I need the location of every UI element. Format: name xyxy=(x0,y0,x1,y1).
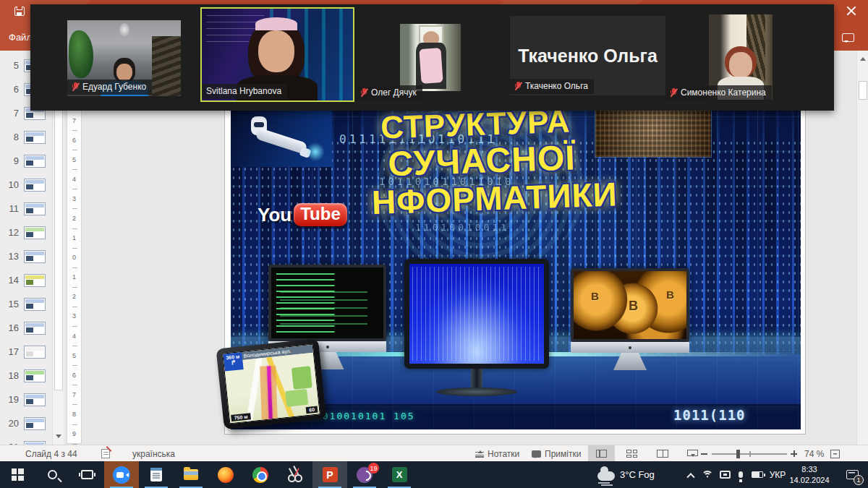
notepad-icon xyxy=(150,468,162,481)
ruler-number: 7 xyxy=(72,391,76,398)
slide-thumbnail-preview[interactable] xyxy=(24,131,46,144)
monitor-frame xyxy=(268,265,386,341)
ruler-mark: 4 xyxy=(67,169,81,189)
ruler-mark: 6 xyxy=(67,365,81,385)
slide-thumbnail-row[interactable]: 20 xyxy=(0,411,52,435)
start-button[interactable] xyxy=(0,461,35,488)
participant-tile-tkachenko-camera-off[interactable]: Ткаченко Ольга Ткаченко Ольга xyxy=(510,16,665,95)
slide-thumbnail-preview[interactable] xyxy=(24,417,46,430)
taskbar-powerpoint[interactable]: P xyxy=(312,461,347,488)
view-reading-button[interactable] xyxy=(649,445,676,462)
slide-canvas[interactable]: 0111111110110111 101101011011010 1101001… xyxy=(224,81,806,435)
participant-tile-eduard[interactable]: Едуард Губенко xyxy=(67,20,181,96)
ruler-number: 8 xyxy=(72,411,76,418)
monitor-frame xyxy=(404,259,549,369)
thumbnails-scroll-down-button[interactable] xyxy=(53,429,64,443)
slide-thumbnail-preview[interactable] xyxy=(24,155,46,168)
view-slide-sorter-button[interactable] xyxy=(618,445,645,462)
monitor-binary xyxy=(404,259,549,396)
spellcheck-button[interactable] xyxy=(101,445,110,462)
ruler-mark: 1 xyxy=(67,228,81,248)
taskbar-file-explorer[interactable] xyxy=(174,461,208,488)
ruler-number: 2 xyxy=(72,215,76,222)
slide-thumbnail-row[interactable]: 16 xyxy=(0,316,52,340)
slide-thumbnail-preview[interactable] xyxy=(24,274,46,287)
weather-widget[interactable]: 3°C Fog xyxy=(597,461,655,488)
minus-icon xyxy=(701,453,707,455)
close-button[interactable] xyxy=(838,1,865,20)
fit-slide-button[interactable] xyxy=(830,445,840,462)
taskbar-viber[interactable]: 19 xyxy=(347,461,382,488)
wifi-button[interactable] xyxy=(699,461,716,488)
microphone-tray-button[interactable] xyxy=(733,461,748,488)
slide-thumbnail-row[interactable]: 10 xyxy=(0,173,52,197)
slideshow-icon xyxy=(687,450,698,456)
headband xyxy=(255,17,297,30)
tab-file[interactable]: Файл xyxy=(9,32,32,43)
comments-bubble-icon[interactable] xyxy=(842,33,854,42)
taskbar-zoom-app[interactable] xyxy=(104,461,139,488)
taskbar-snipping-tool[interactable] xyxy=(278,461,312,488)
participant-tile-oleh[interactable]: Олег Дячук xyxy=(356,7,506,102)
participant-name-label: Олег Дячук xyxy=(356,85,422,100)
taskbar-firefox[interactable] xyxy=(208,461,243,488)
slide-thumbnail-row[interactable]: 17 xyxy=(0,340,52,364)
slide-thumbnail-preview[interactable] xyxy=(24,298,46,311)
participant-tile-svitlana-active-speaker[interactable]: Svitlana Hrybanova xyxy=(200,7,354,102)
participant-tile-symonenko[interactable]: Симоненко Катерина xyxy=(665,7,819,102)
slide-thumbnail-row[interactable]: 18 xyxy=(0,364,52,388)
notification-center-button[interactable]: 1 xyxy=(836,461,868,488)
slide-thumbnail-preview[interactable] xyxy=(24,202,46,215)
slide-thumbnail-row[interactable]: 13 xyxy=(0,244,52,268)
ruler-mark: 5 xyxy=(67,346,81,365)
slide-thumbnail-preview[interactable] xyxy=(24,322,46,335)
slide-scrollbar[interactable] xyxy=(856,51,868,445)
ruler-mark: 5 xyxy=(67,150,81,169)
slide-thumbnail-row[interactable]: 12 xyxy=(0,221,52,244)
plant-decor xyxy=(69,30,93,78)
slide-thumbnail-preview[interactable] xyxy=(24,250,46,263)
display-tray-button[interactable] xyxy=(716,461,733,488)
participant-name-label: Симоненко Катерина xyxy=(665,85,772,100)
zoom-percentage[interactable]: 74 % xyxy=(804,445,824,462)
slide-thumbnail-row[interactable]: 21 xyxy=(0,435,52,445)
slide-thumbnail-row[interactable]: 8 xyxy=(0,125,52,149)
microphone-icon xyxy=(739,471,743,478)
slide-thumbnail-row[interactable]: 11 xyxy=(0,197,52,221)
search-button[interactable] xyxy=(35,461,69,488)
tray-expand-button[interactable] xyxy=(683,461,699,488)
ruler-number: 4 xyxy=(72,176,76,183)
taskbar-chrome[interactable] xyxy=(243,461,278,488)
task-view-button[interactable] xyxy=(69,461,104,488)
slide-thumbnail-row[interactable]: 19 xyxy=(0,388,52,411)
plus-icon xyxy=(791,450,797,457)
language-indicator[interactable]: українська xyxy=(132,445,175,462)
zoom-slider[interactable] xyxy=(712,445,787,462)
slide-thumbnail-preview[interactable] xyxy=(24,226,46,239)
view-normal-button[interactable] xyxy=(588,445,615,462)
save-icon[interactable] xyxy=(14,7,25,16)
youtube-tube-badge: Tube xyxy=(294,203,347,226)
notes-button[interactable]: Нотатки xyxy=(475,445,519,462)
slide-thumbnail-preview[interactable] xyxy=(24,393,46,406)
slide-thumbnail-preview[interactable] xyxy=(24,369,46,382)
slide-thumbnail-preview[interactable] xyxy=(24,179,46,192)
scroll-up-button[interactable] xyxy=(857,52,868,65)
slide-thumbnail-row[interactable]: 14 xyxy=(0,268,52,292)
zoom-in-button[interactable] xyxy=(788,445,799,462)
slide-scrollbar-thumb[interactable] xyxy=(859,81,867,100)
zoom-slider-track[interactable] xyxy=(712,453,787,455)
taskbar-notepad[interactable] xyxy=(139,461,174,488)
pink-shirt xyxy=(419,48,443,84)
zoom-slider-thumb[interactable] xyxy=(736,450,740,458)
taskbar-excel[interactable]: X xyxy=(382,461,417,488)
comments-button[interactable]: Примітки xyxy=(532,445,581,462)
slide-thumbnail-preview[interactable] xyxy=(24,346,46,359)
clock[interactable]: 8:33 14.02.2024 xyxy=(786,461,833,488)
zoom-out-button[interactable] xyxy=(699,445,709,462)
slide-sorter-icon xyxy=(626,450,637,458)
battery-button[interactable] xyxy=(748,461,767,488)
firefox-icon xyxy=(218,467,234,483)
slide-thumbnail-row[interactable]: 9 xyxy=(0,149,52,173)
slide-thumbnail-row[interactable]: 15 xyxy=(0,292,52,316)
